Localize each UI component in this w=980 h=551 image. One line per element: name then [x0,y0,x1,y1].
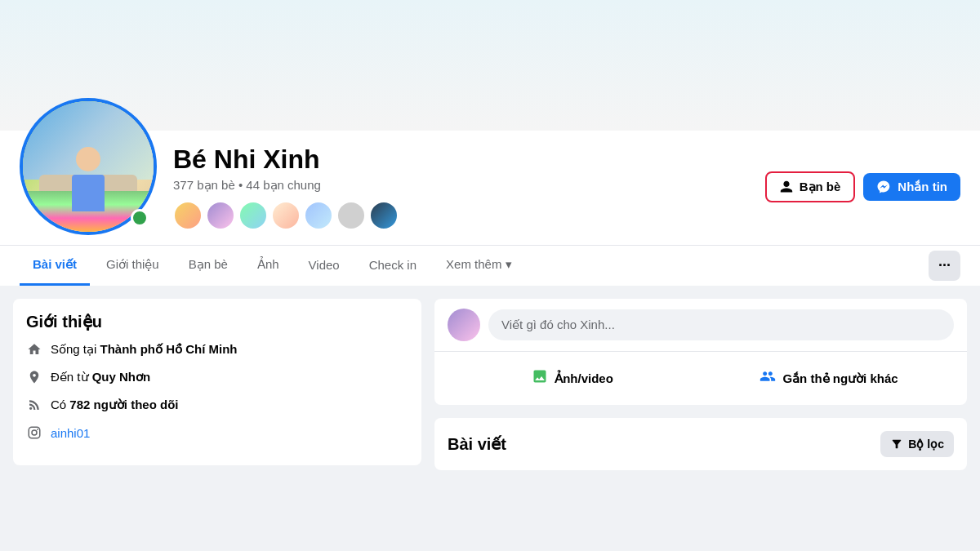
tab-video[interactable]: Video [296,247,353,286]
friend-button[interactable]: Bạn bè [765,171,856,202]
online-indicator [131,209,149,227]
photo-label: Ảnh/video [555,371,613,386]
post-actions-row: Ảnh/video Gắn thẻ người khác [448,362,954,395]
mutual-avatar [206,201,235,230]
instagram-icon [26,424,42,441]
tab-ban-be[interactable]: Bạn bè [176,246,241,286]
mutual-avatar [304,201,333,230]
posts-header: Bài viết Bộ lọc [448,431,954,457]
instagram-link-anchor[interactable]: ainhi01 [51,426,90,440]
profile-body: Giới thiệu Sống tại Thành phố Hồ Chí Min… [0,286,980,491]
post-box: Viết gì đó cho Xinh... Ảnh/video [434,299,967,405]
message-button-label: Nhắn tin [898,180,947,194]
tab-anh[interactable]: Ảnh [244,246,292,286]
tab-gioi-thieu[interactable]: Giới thiệu [93,246,172,286]
mutual-avatar [173,201,203,230]
profile-name: Bé Nhi Xinh [173,144,749,175]
profile-nav: Bài viết Giới thiệu Bạn bè Ảnh Video Che… [0,245,980,286]
filter-button[interactable]: Bộ lọc [880,431,954,457]
posts-card: Bài viết Bộ lọc [434,418,967,470]
nav-more-button[interactable]: ··· [929,251,960,281]
profile-page: Bé Nhi Xinh 377 bạn bè • 44 bạn chung Bạ… [0,0,980,491]
photo-icon [532,368,548,389]
pin-icon [26,369,42,385]
tag-label: Gắn thẻ người khác [782,371,898,386]
intro-card: Giới thiệu Sống tại Thành phố Hồ Chí Min… [13,299,421,465]
photo-video-button[interactable]: Ảnh/video [448,362,697,395]
location-hometown: Đến từ Quy Nhơn [26,369,408,385]
tag-people-button[interactable]: Gắn thẻ người khác [704,362,954,395]
post-input[interactable]: Viết gì đó cho Xinh... [488,309,954,340]
mutual-avatar [271,201,301,230]
mutual-avatar [238,201,268,230]
city-text: Sống tại Thành phố Hồ Chí Minh [51,342,238,357]
message-button[interactable]: Nhắn tin [863,173,960,201]
friend-button-label: Bạn bè [800,180,841,194]
home-icon [26,341,42,358]
instagram-username[interactable]: ainhi01 [51,426,90,440]
current-user-avatar [448,309,480,341]
main-content: Viết gì đó cho Xinh... Ảnh/video [434,299,967,478]
messenger-icon [876,180,891,194]
intro-title: Giới thiệu [26,312,408,331]
followers: Có 782 người theo dõi [26,397,408,413]
friends-count: 377 bạn bè • 44 bạn chung [173,178,749,193]
mutual-avatar [369,201,399,230]
location-city: Sống tại Thành phố Hồ Chí Minh [26,341,408,358]
hometown-text: Đến từ Quy Nhơn [51,370,150,384]
tab-check-in[interactable]: Check in [356,247,430,286]
profile-actions: Bạn bè Nhắn tin [765,163,960,202]
post-divider [434,351,967,352]
profile-header: Bé Nhi Xinh 377 bạn bè • 44 bạn chung Bạ… [0,131,980,245]
rss-icon [26,397,42,413]
followers-text: Có 782 người theo dõi [51,398,179,412]
friend-icon [780,180,793,193]
instagram-link: ainhi01 [26,424,408,441]
tab-xem-them[interactable]: Xem thêm ▾ [433,246,525,286]
mutual-friends-avatars [173,201,749,230]
posts-title: Bài viết [448,434,506,454]
filter-icon [890,438,903,451]
filter-label: Bộ lọc [908,438,944,451]
avatar-wrapper [20,98,157,235]
post-input-row: Viết gì đó cho Xinh... [448,309,954,341]
tag-icon [760,368,776,389]
mutual-avatar [336,201,366,230]
tab-bai-viet[interactable]: Bài viết [20,246,90,286]
profile-info: Bé Nhi Xinh 377 bạn bè • 44 bạn chung [173,136,749,230]
sidebar: Giới thiệu Sống tại Thành phố Hồ Chí Min… [13,299,421,478]
